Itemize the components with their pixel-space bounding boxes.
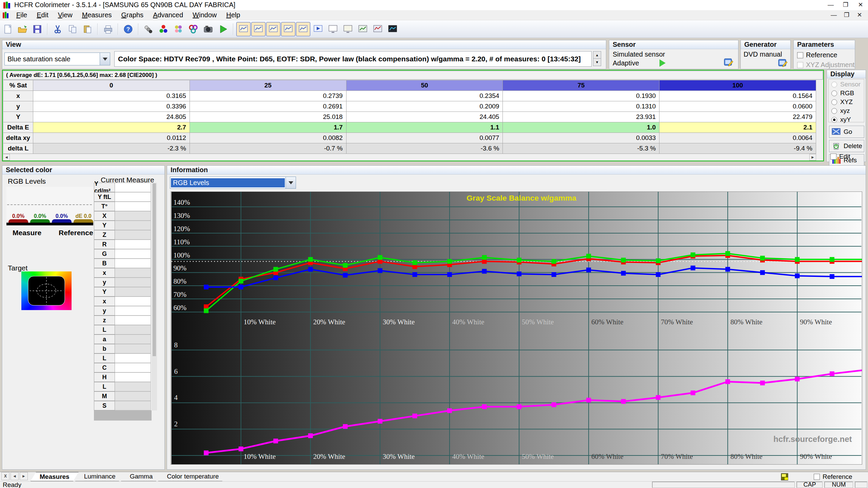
go-button[interactable]: Go: [829, 126, 864, 138]
measure-row-value[interactable]: [115, 249, 151, 259]
cell-x-0[interactable]: 0.3165: [33, 91, 190, 101]
cell-Y-0[interactable]: 24.805: [33, 112, 190, 122]
minimize-button[interactable]: —: [823, 0, 838, 9]
cell-y-50[interactable]: 0.2009: [346, 101, 503, 112]
help-button[interactable]: ?: [121, 22, 135, 36]
cell-deltaL-50[interactable]: -3.6 %: [346, 143, 503, 154]
chart-view-1-button[interactable]: [236, 22, 251, 36]
measure-row-value[interactable]: [115, 192, 151, 202]
measure-row-value[interactable]: [115, 183, 151, 192]
cell-deltaxy-75[interactable]: 0.0033: [503, 133, 659, 143]
monitor-2-button[interactable]: [341, 22, 355, 36]
tab-gamma[interactable]: Gamma: [121, 472, 162, 481]
tab-luminance[interactable]: Luminance: [75, 472, 124, 481]
menu-item-graphs[interactable]: Graphs: [117, 11, 149, 20]
chart-screen-2-button[interactable]: [371, 22, 385, 36]
cell-deltaL-25[interactable]: -0.7 %: [190, 143, 346, 154]
spinner-down-icon[interactable]: ▼: [593, 59, 601, 66]
delete-button[interactable]: Delete: [829, 140, 864, 152]
cell-deltaL-0[interactable]: -2.3 %: [33, 143, 190, 154]
meter-screen-button[interactable]: [386, 22, 400, 36]
new-document-button[interactable]: [0, 22, 15, 36]
scroll-right-icon[interactable]: ►: [809, 154, 816, 161]
info-spinner[interactable]: ▲ ▼: [593, 51, 601, 67]
chart-screen-1-button[interactable]: [356, 22, 370, 36]
measure-row-value[interactable]: [115, 221, 151, 230]
cell-deltaL-100[interactable]: -9.4 %: [659, 143, 816, 154]
information-selector-dropdown-button[interactable]: [285, 177, 296, 188]
measure-row-value[interactable]: [115, 287, 151, 297]
view-mode-combobox[interactable]: Blue saturation scale: [4, 53, 110, 65]
chart-view-5-button[interactable]: [296, 22, 310, 36]
measure-row-value[interactable]: [115, 230, 151, 240]
scroll-left-icon[interactable]: ◄: [3, 154, 10, 161]
radio-icon[interactable]: [831, 108, 837, 114]
menu-item-measures[interactable]: Measures: [77, 11, 117, 20]
cell-y-0[interactable]: 0.3396: [33, 101, 190, 112]
sensor-balls-button[interactable]: [141, 22, 156, 36]
color-circles-button[interactable]: [186, 22, 200, 36]
measure-row-value[interactable]: [115, 202, 151, 211]
close-button[interactable]: ✕: [853, 0, 868, 9]
measure-play-button[interactable]: [216, 22, 230, 36]
menu-item-edit[interactable]: Edit: [32, 11, 53, 20]
cell-DeltaE-50[interactable]: 1.1: [346, 122, 503, 133]
tab-measures[interactable]: Measures: [31, 472, 79, 481]
spinner-up-icon[interactable]: ▲: [593, 51, 601, 59]
menu-item-advanced[interactable]: Advanced: [148, 11, 188, 20]
mdi-restore-button[interactable]: ❐: [840, 11, 853, 19]
save-button[interactable]: [30, 22, 44, 36]
measure-row-value[interactable]: [115, 297, 151, 306]
measure-row-value[interactable]: [115, 353, 151, 363]
measure-row-value[interactable]: [115, 344, 151, 353]
menu-item-window[interactable]: Window: [188, 11, 221, 20]
measure-scrollbar-thumb[interactable]: [153, 183, 156, 356]
mdi-close-button[interactable]: ✕: [853, 11, 866, 19]
measure-row-value[interactable]: [115, 363, 151, 372]
measure-row-value[interactable]: [115, 316, 151, 325]
cell-DeltaE-0[interactable]: 2.7: [33, 122, 190, 133]
cell-deltaxy-25[interactable]: 0.0082: [190, 133, 346, 143]
cell-y-25[interactable]: 0.2691: [190, 101, 346, 112]
measure-row-value[interactable]: [115, 278, 151, 287]
open-folder-button[interactable]: [15, 22, 29, 36]
camera-button[interactable]: [201, 22, 215, 36]
tab-scroll-right-icon[interactable]: ►: [20, 472, 28, 480]
measure-row-value[interactable]: [115, 268, 151, 278]
cell-deltaxy-100[interactable]: 0.0064: [659, 133, 816, 143]
cell-y-75[interactable]: 0.1310: [503, 101, 659, 112]
chart-view-2-button[interactable]: [251, 22, 265, 36]
column-header-0[interactable]: 0: [33, 80, 190, 91]
generator-configure-icon[interactable]: [778, 59, 788, 67]
reference-checkbox[interactable]: Reference: [814, 473, 852, 481]
checkbox-box[interactable]: [797, 52, 803, 58]
column-header-50[interactable]: 50: [346, 80, 503, 91]
sensor-configure-icon[interactable]: [724, 58, 733, 67]
radio-icon[interactable]: [831, 99, 837, 105]
cell-x-100[interactable]: 0.1564: [659, 91, 816, 101]
display-radio-xyy[interactable]: xyY: [831, 116, 864, 123]
table-horizontal-scrollbar[interactable]: ◄ ►: [3, 154, 816, 161]
reference-checkbox-box[interactable]: [814, 474, 820, 480]
cell-DeltaE-100[interactable]: 2.1: [659, 122, 816, 133]
radio-icon[interactable]: [831, 90, 837, 96]
measure-row-value[interactable]: [115, 325, 151, 334]
mdi-minimize-button[interactable]: —: [827, 11, 840, 19]
screen-play-button[interactable]: [311, 22, 325, 36]
menu-item-view[interactable]: View: [53, 11, 77, 20]
measure-table-scrollbar[interactable]: [152, 183, 157, 410]
sensor-play-icon[interactable]: [659, 59, 666, 67]
cell-DeltaE-25[interactable]: 1.7: [190, 122, 346, 133]
cell-x-75[interactable]: 0.1930: [503, 91, 659, 101]
cell-deltaL-75[interactable]: -5.3 %: [503, 143, 659, 154]
menu-item-file[interactable]: File: [12, 11, 32, 20]
radio-icon[interactable]: [831, 117, 837, 123]
tab-color-temperature[interactable]: Color temperature: [158, 472, 228, 481]
measure-row-value[interactable]: [115, 382, 151, 391]
column-header-75[interactable]: 75: [503, 80, 659, 91]
edit-checkbox[interactable]: Edit: [830, 153, 850, 160]
cut-button[interactable]: [51, 22, 65, 36]
column-header-100[interactable]: 100: [659, 80, 816, 91]
print-button[interactable]: [101, 22, 115, 36]
chart-view-3-button[interactable]: [266, 22, 280, 36]
